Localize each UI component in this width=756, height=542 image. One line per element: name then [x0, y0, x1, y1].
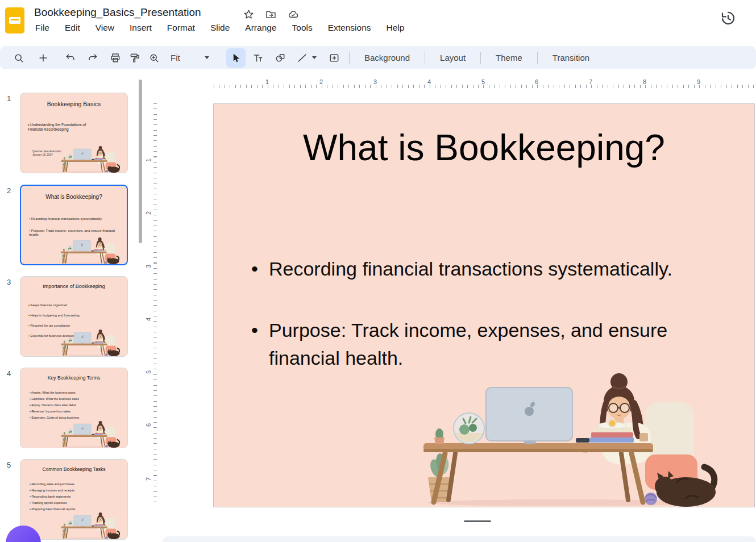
line-tool[interactable] — [293, 48, 317, 68]
app-header: Bookkeeping_Basics_Presentation File Edi… — [0, 0, 756, 45]
menu-edit[interactable]: Edit — [65, 23, 80, 33]
thumb-bullet: Reconciling bank statements — [30, 495, 121, 498]
chevron-down-icon — [312, 56, 317, 59]
chevron-down-icon — [205, 56, 209, 59]
thumb-bullet: Preparing basic financial reports — [30, 507, 121, 511]
menu-format[interactable]: Format — [167, 23, 195, 33]
move-to-folder-icon[interactable] — [265, 9, 277, 20]
menu-help[interactable]: Help — [387, 23, 405, 33]
theme-button[interactable]: Theme — [486, 53, 532, 62]
thumb-title: What is Bookkeeping? — [21, 194, 127, 200]
slide-bullet[interactable]: Recording financial transactions systema… — [250, 255, 711, 282]
slide-canvas[interactable]: What is Bookkeeping? Recording financial… — [213, 103, 755, 507]
thumb-bullet: Revenue: Income from sales — [30, 410, 121, 413]
slide-4-number: 4 — [7, 369, 11, 378]
thumb-bullet: Liabilities: What the business owes — [30, 397, 121, 401]
text-box-icon[interactable] — [248, 48, 268, 68]
toolbar: Fit Background Layout Theme Transition — [0, 46, 756, 69]
undo-icon[interactable] — [61, 48, 80, 68]
print-icon[interactable] — [106, 48, 125, 68]
bottom-bar — [163, 536, 756, 542]
thumb-bullet: Keeps finances organized — [28, 303, 119, 307]
slide-body-textbox[interactable]: Recording financial transactions systema… — [250, 255, 711, 372]
filmstrip-scrollbar[interactable] — [139, 80, 142, 243]
slide-4-thumbnail[interactable]: Key Bookkeeping Terms Assets: What the b… — [20, 368, 128, 448]
paint-format-icon[interactable] — [125, 48, 144, 68]
thumb-bullet: Understanding the Foundations of Financi… — [28, 123, 90, 132]
slide-1-row: 1 Bookkeeping Basics Understanding the F… — [0, 93, 143, 176]
select-tool-icon[interactable] — [226, 48, 246, 68]
slide-2-row: 2 What is Bookkeeping? Recording financi… — [0, 185, 143, 268]
speaker-notes-handle[interactable] — [464, 520, 491, 522]
slide-2-thumbnail[interactable]: What is Bookkeeping? Recording financial… — [20, 185, 128, 265]
slide-2-number: 2 — [7, 186, 11, 195]
menu-bar: File Edit View Insert Format Slide Arran… — [35, 23, 404, 33]
menu-file[interactable]: File — [35, 23, 49, 33]
desk-illustration — [60, 237, 120, 264]
zoom-icon[interactable] — [144, 48, 164, 68]
cloud-saved-icon[interactable] — [287, 9, 299, 20]
vertical-ruler: 1 2 3 4 5 6 7 — [146, 89, 158, 510]
toolbar-divider — [349, 52, 350, 64]
slide-bullet[interactable]: Purpose: Track income, expenses, and ens… — [250, 316, 711, 372]
redo-icon[interactable] — [83, 48, 102, 68]
thumb-bullet: Helps in budgeting and forecasting — [28, 314, 119, 318]
slides-logo-icon[interactable] — [5, 7, 24, 34]
toolbar-divider — [537, 52, 538, 64]
slide-5-number: 5 — [7, 461, 11, 469]
thumb-title: Common Bookkeeping Tasks — [20, 466, 127, 472]
slide-title-textbox[interactable]: What is Bookkeeping? — [214, 127, 754, 169]
slide-5-thumbnail[interactable]: Common Bookkeeping Tasks Recording sales… — [20, 459, 128, 540]
desk-illustration — [60, 512, 121, 539]
thumb-title: Bookkeeping Basics — [20, 101, 127, 107]
toolbar-divider — [425, 52, 425, 64]
version-history-icon[interactable] — [720, 10, 737, 27]
filmstrip: 1 Bookkeeping Basics Understanding the F… — [0, 69, 143, 542]
thumb-bullet: Recording financial transactions systema… — [29, 217, 115, 221]
ruler-ticks — [153, 103, 157, 507]
insert-placeholder-icon[interactable] — [325, 48, 344, 68]
thumb-bullet: Managing invoices and receipts — [30, 489, 121, 492]
thumb-bullet: Purpose: Track income, expenses, and ens… — [29, 229, 115, 237]
desk-illustration — [60, 420, 121, 448]
thumb-bullet: Equity: Owner's claim after debts — [30, 403, 121, 407]
zoom-value: Fit — [171, 53, 180, 62]
search-icon[interactable] — [9, 48, 28, 68]
thumb-footer: Quennie Jane Avanzado January 18, 2024 — [32, 150, 61, 157]
slide-1-number: 1 — [7, 94, 11, 103]
slide-3-row: 3 Importance of Bookkeeping Keeps financ… — [0, 276, 143, 359]
line-icon — [293, 48, 312, 68]
desk-illustration — [60, 329, 121, 356]
menu-arrange[interactable]: Arrange — [245, 23, 276, 33]
thumb-bullet: Assets: What the business owns — [30, 391, 121, 394]
menu-insert[interactable]: Insert — [130, 23, 152, 33]
zoom-select[interactable]: Fit — [164, 53, 214, 62]
document-title[interactable]: Bookkeeping_Basics_Presentation — [34, 6, 201, 19]
star-icon[interactable] — [243, 9, 255, 20]
menu-extensions[interactable]: Extensions — [328, 23, 371, 33]
slide-3-thumbnail[interactable]: Importance of Bookkeeping Keeps finances… — [20, 276, 128, 357]
thumb-bullet: Tracking payroll expenses — [30, 501, 121, 505]
slide-4-row: 4 Key Bookkeeping Terms Assets: What the… — [0, 368, 143, 451]
thumb-bullet: Recording sales and purchases — [30, 482, 121, 486]
ruler-ticks — [214, 85, 754, 88]
menu-slide[interactable]: Slide — [210, 23, 230, 33]
thumb-title: Key Bookkeeping Terms — [20, 375, 127, 381]
google-slides-app: Bookkeeping_Basics_Presentation File Edi… — [0, 0, 756, 542]
desk-illustration — [60, 145, 121, 173]
thumb-bullet: Expenses: Costs of doing business — [30, 416, 121, 419]
toolbar-divider — [480, 52, 481, 64]
thumb-bullet: Required for tax compliance — [28, 324, 119, 328]
shape-icon[interactable] — [271, 48, 290, 68]
slide-3-number: 3 — [7, 278, 11, 286]
menu-view[interactable]: View — [95, 23, 114, 33]
menu-tools[interactable]: Tools — [292, 23, 313, 33]
layout-button[interactable]: Layout — [430, 53, 475, 62]
thumb-title: Importance of Bookkeeping — [20, 283, 127, 289]
slide-1-thumbnail[interactable]: Bookkeeping Basics Understanding the Fou… — [20, 93, 128, 173]
transition-button[interactable]: Transition — [543, 53, 599, 62]
background-button[interactable]: Background — [355, 53, 419, 62]
new-slide-button[interactable] — [34, 48, 53, 68]
horizontal-ruler: 1 2 3 4 5 6 7 8 9 — [159, 78, 756, 89]
desk-illustration[interactable] — [419, 370, 719, 507]
